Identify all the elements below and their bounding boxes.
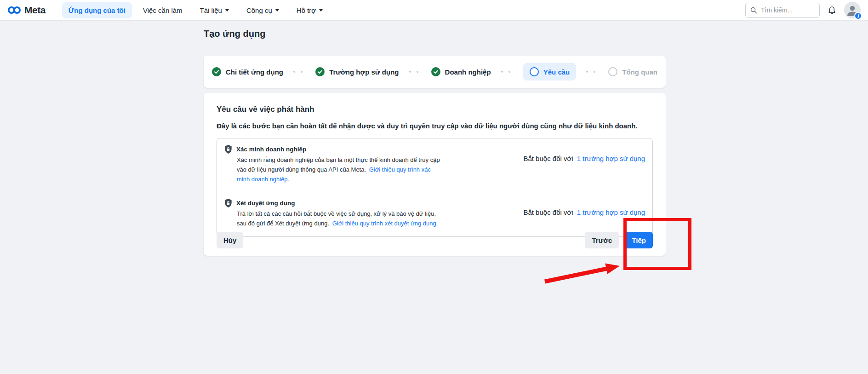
required-for-text: Bắt buộc đối với bbox=[523, 208, 573, 216]
stepper: Chi tiết ứng dụng Trường hợp sử dụng Doa… bbox=[204, 56, 666, 88]
search-icon bbox=[750, 7, 757, 14]
requirement-title: Xác minh doanh nghiệp bbox=[236, 146, 306, 153]
nav-item-support[interactable]: Hỗ trợ bbox=[290, 2, 329, 18]
notifications-button[interactable] bbox=[827, 6, 837, 15]
requirement-description: Trả lời tất cả các câu hỏi bắt buộc về v… bbox=[237, 209, 445, 229]
shield-icon bbox=[224, 199, 232, 207]
card-subheading: Đây là các bước bạn cần hoàn tất để nhận… bbox=[217, 122, 653, 130]
meta-logo[interactable]: Meta bbox=[7, 5, 46, 16]
meta-logo-text: Meta bbox=[24, 5, 46, 16]
bell-icon bbox=[827, 6, 837, 15]
card-heading: Yêu cầu về việc phát hành bbox=[217, 105, 653, 114]
nav-item-my-apps[interactable]: Ứng dụng của tôi bbox=[62, 2, 132, 18]
step-label: Chi tiết ứng dụng bbox=[226, 68, 283, 76]
requirement-row-app-review: Xét duyệt ứng dụng Trả lời tất cả các câ… bbox=[217, 192, 652, 236]
check-circle-icon bbox=[212, 67, 221, 76]
requirement-title: Xét duyệt ứng dụng bbox=[236, 200, 295, 207]
annotation-arrow-icon bbox=[529, 253, 634, 294]
app-review-process-link[interactable]: Giới thiệu quy trình xét duyệt ứng dụng. bbox=[332, 220, 438, 227]
step-separator-dots bbox=[406, 71, 424, 73]
nav-item-docs[interactable]: Tài liệu bbox=[194, 2, 235, 18]
meta-infinity-icon bbox=[7, 6, 21, 15]
nav-item-todo[interactable]: Việc cần làm bbox=[137, 2, 189, 18]
back-button[interactable]: Trước bbox=[585, 232, 619, 248]
card-footer: Hủy Trước Tiếp bbox=[217, 232, 653, 248]
top-navigation-bar: Meta Ứng dụng của tôi Việc cần làm Tài l… bbox=[0, 0, 868, 21]
nav-item-label: Hỗ trợ bbox=[297, 6, 316, 14]
step-use-cases[interactable]: Trường hợp sử dụng bbox=[315, 67, 399, 76]
step-overview: Tổng quan bbox=[608, 67, 657, 76]
step-business[interactable]: Doanh nghiệp bbox=[431, 67, 491, 76]
step-label: Doanh nghiệp bbox=[445, 68, 491, 76]
step-requirements[interactable]: Yêu cầu bbox=[523, 63, 577, 81]
next-button[interactable]: Tiếp bbox=[625, 232, 653, 248]
check-circle-icon bbox=[431, 67, 440, 76]
step-app-details[interactable]: Chi tiết ứng dụng bbox=[212, 67, 283, 76]
current-step-circle-icon bbox=[530, 67, 539, 76]
shield-icon bbox=[224, 145, 232, 154]
nav-right-section: f bbox=[745, 2, 861, 18]
requirement-row-business-verification: Xác minh doanh nghiệp Xác minh rằng doan… bbox=[217, 138, 652, 192]
required-for-text: Bắt buộc đối với bbox=[523, 155, 573, 162]
nav-item-label: Việc cần làm bbox=[143, 6, 183, 14]
upcoming-step-circle-icon bbox=[608, 67, 617, 76]
step-separator-dots bbox=[291, 71, 308, 73]
nav-item-label: Công cụ bbox=[246, 6, 272, 14]
page-title: Tạo ứng dụng bbox=[204, 29, 265, 39]
requirement-content: Xác minh doanh nghiệp Xác minh rằng doan… bbox=[224, 145, 445, 184]
nav-item-label: Ứng dụng của tôi bbox=[69, 6, 126, 14]
chevron-down-icon bbox=[225, 9, 229, 12]
chevron-down-icon bbox=[275, 9, 279, 12]
use-case-count-link[interactable]: 1 trường hợp sử dụng bbox=[577, 208, 645, 216]
nav-item-label: Tài liệu bbox=[200, 6, 222, 14]
check-circle-icon bbox=[315, 67, 325, 76]
requirements-list: Xác minh doanh nghiệp Xác minh rằng doan… bbox=[217, 138, 653, 237]
requirement-badge: Bắt buộc đối với 1 trường hợp sử dụng bbox=[523, 199, 645, 229]
avatar[interactable]: f bbox=[844, 2, 861, 18]
requirement-description: Xác minh rằng doanh nghiệp của bạn là mộ… bbox=[237, 155, 445, 184]
step-separator-dots bbox=[498, 71, 516, 73]
chevron-down-icon bbox=[319, 9, 323, 12]
requirement-badge: Bắt buộc đối với 1 trường hợp sử dụng bbox=[523, 145, 645, 184]
step-label: Tổng quan bbox=[622, 68, 657, 76]
nav-items: Ứng dụng của tôi Việc cần làm Tài liệu C… bbox=[62, 2, 329, 18]
use-case-count-link[interactable]: 1 trường hợp sử dụng bbox=[577, 155, 645, 162]
requirement-content: Xét duyệt ứng dụng Trả lời tất cả các câ… bbox=[224, 199, 445, 229]
search-box[interactable] bbox=[745, 3, 820, 18]
facebook-badge-icon: f bbox=[854, 12, 862, 20]
step-label: Yêu cầu bbox=[543, 68, 570, 76]
step-label: Trường hợp sử dụng bbox=[329, 68, 399, 76]
step-separator-dots bbox=[583, 71, 601, 73]
release-requirements-card: Yêu cầu về việc phát hành Đây là các bướ… bbox=[204, 93, 666, 256]
search-input[interactable] bbox=[761, 6, 815, 14]
nav-item-tools[interactable]: Công cụ bbox=[240, 2, 286, 18]
cancel-button[interactable]: Hủy bbox=[217, 232, 243, 248]
